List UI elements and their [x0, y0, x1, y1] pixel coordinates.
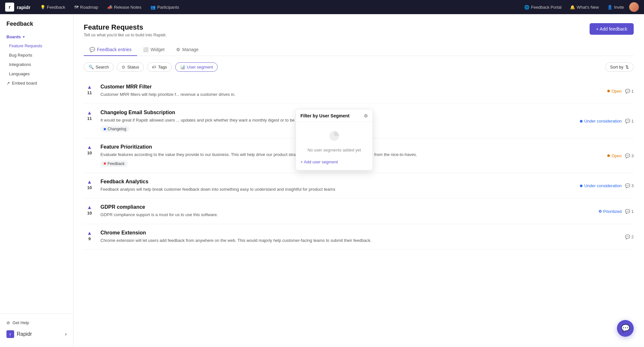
- sidebar-item-integrations[interactable]: Integrations: [0, 60, 73, 69]
- feedback-meta: 💬 2: [563, 230, 634, 244]
- sidebar-item-languages[interactable]: Languages: [0, 69, 73, 78]
- logo[interactable]: r rapidr: [5, 3, 31, 12]
- feedback-meta: Open 💬 1: [563, 84, 634, 98]
- globe-icon: 🌐: [524, 5, 529, 10]
- tag-chip: Feedback: [100, 160, 128, 167]
- upvote-icon[interactable]: ▲: [87, 110, 92, 115]
- user-segment-icon: 📊: [180, 65, 185, 69]
- nav-roadmap[interactable]: 🗺 Roadmap: [71, 4, 101, 11]
- manage-tab-icon: ⚙: [176, 47, 180, 52]
- comment-icon: 💬: [625, 89, 630, 94]
- nav-feedback[interactable]: 💡 Feedback: [37, 4, 69, 11]
- sort-icon: ⇅: [625, 65, 629, 69]
- feedback-body: GDPR compliance GDPR compliance support …: [100, 204, 558, 218]
- boards-chevron-icon: ▾: [23, 35, 24, 39]
- add-user-segment-button[interactable]: + Add user segment: [296, 158, 373, 166]
- status-badge: Open: [607, 89, 622, 94]
- feedback-title[interactable]: Feedback Analytics: [100, 179, 558, 185]
- feedback-meta: Under consideration 💬 1: [563, 110, 634, 132]
- embed-board-link[interactable]: ↗ Embed board: [0, 78, 73, 88]
- boards-label: Boards: [6, 34, 21, 39]
- feedback-body: Feedback Analytics Feedback analysis wil…: [100, 179, 558, 193]
- main-content: Feature Requests Tell us what you'd like…: [73, 14, 644, 347]
- tags-filter-icon: 🏷: [152, 65, 156, 69]
- vote-count: 11: [87, 90, 92, 95]
- nav-release-notes[interactable]: 📣 Release Notes: [104, 4, 145, 11]
- feedback-desc: Chrome extension will let users add feed…: [100, 237, 558, 244]
- comment-count: 💬 2: [625, 234, 634, 239]
- rapidr-brand-label: Rapidr: [17, 331, 32, 337]
- sidebar: Feedback Boards ▾ Feature Requests Bug R…: [0, 14, 73, 347]
- vote-count: 11: [87, 116, 92, 121]
- vote-col: ▲ 10: [84, 204, 95, 218]
- sort-button[interactable]: Sort by ⇅: [605, 62, 634, 72]
- comment-count: 💬 3: [625, 183, 634, 188]
- sidebar-bottom: ⊘ Get Help r Rapidr ›: [0, 314, 73, 341]
- feedback-desc: Feedback analysis will help break custom…: [100, 186, 558, 193]
- vote-col: ▲ 11: [84, 110, 95, 132]
- status-dot-icon: [607, 154, 610, 157]
- nav-whats-new[interactable]: 🔔 What's New: [567, 4, 602, 11]
- release-notes-nav-icon: 📣: [107, 5, 112, 10]
- sidebar-item-feature-requests[interactable]: Feature Requests: [0, 41, 73, 50]
- upvote-icon[interactable]: ▲: [87, 179, 92, 185]
- vote-col: ▲ 10: [84, 144, 95, 167]
- boards-section[interactable]: Boards ▾: [0, 32, 73, 41]
- page-title: Feature Requests: [84, 23, 167, 32]
- vote-count: 10: [87, 185, 92, 190]
- vote-count: 10: [87, 211, 92, 215]
- sidebar-title: Feedback: [0, 21, 73, 32]
- comment-icon: 💬: [625, 234, 630, 239]
- feedback-desc: GDPR compliance support is a must for us…: [100, 212, 558, 218]
- widget-tab-icon: ⬜: [143, 47, 148, 52]
- comment-count: 💬 1: [625, 119, 634, 123]
- dropdown-title: Filter by User Segment: [300, 113, 350, 118]
- tag-color-dot: [104, 162, 106, 165]
- tag-color-dot: [104, 128, 106, 130]
- bell-icon: 🔔: [570, 5, 575, 10]
- feedback-nav-icon: 💡: [40, 5, 45, 10]
- status-dot-icon: [607, 90, 610, 92]
- upvote-icon[interactable]: ▲: [87, 85, 92, 90]
- tab-widget[interactable]: ⬜ Widget: [137, 44, 170, 56]
- feedback-title[interactable]: Customer MRR Filter: [100, 84, 558, 90]
- feedback-desc: Customer MRR filters will help prioritiz…: [100, 91, 558, 98]
- roadmap-nav-icon: 🗺: [74, 5, 79, 10]
- nav-feedback-portal[interactable]: 🌐 Feedback Portal: [521, 4, 565, 11]
- feedback-item: ▲ 11 Customer MRR Filter Customer MRR fi…: [84, 78, 634, 104]
- search-icon: 🔍: [89, 65, 94, 69]
- comment-icon: 💬: [625, 183, 630, 188]
- tab-manage[interactable]: ⚙ Manage: [170, 44, 204, 56]
- status-filter-button[interactable]: ⊙ Status: [117, 62, 144, 72]
- status-dot-icon: [599, 210, 601, 213]
- nav-invite[interactable]: 👤 Invite: [604, 4, 627, 11]
- vote-col: ▲ 10: [84, 179, 95, 193]
- feedback-body: Customer MRR Filter Customer MRR filters…: [100, 84, 558, 98]
- user-segment-filter-button[interactable]: 📊 User segment: [175, 62, 218, 72]
- feedback-meta: Under consideration 💬 3: [563, 179, 634, 193]
- nav-right: 🌐 Feedback Portal 🔔 What's New 👤 Invite: [521, 2, 639, 12]
- vote-count: 9: [88, 236, 90, 241]
- page-header-left: Feature Requests Tell us what you'd like…: [84, 23, 167, 37]
- tab-feedback-entries[interactable]: 💬 Feedback entries: [84, 44, 137, 56]
- get-help-link[interactable]: ⊘ Get Help: [0, 318, 73, 328]
- status-badge: Prioritized: [599, 209, 622, 214]
- tags-filter-button[interactable]: 🏷 Tags: [147, 62, 172, 72]
- rapidr-brand-item[interactable]: r Rapidr ›: [0, 328, 73, 341]
- vote-count: 10: [87, 151, 92, 155]
- search-filter-button[interactable]: 🔍 Search: [84, 62, 114, 72]
- rapidr-brand-icon: r: [6, 330, 14, 338]
- upvote-icon[interactable]: ▲: [87, 145, 92, 150]
- feedback-item: ▲ 10 GDPR compliance GDPR compliance sup…: [84, 198, 634, 224]
- feedback-meta: Open 💬 3: [563, 144, 634, 167]
- upvote-icon[interactable]: ▲: [87, 205, 92, 210]
- sidebar-item-bug-reports[interactable]: Bug Reports: [0, 50, 73, 60]
- gear-icon[interactable]: ⚙: [364, 113, 368, 118]
- feedback-title[interactable]: GDPR compliance: [100, 204, 558, 210]
- feedback-title[interactable]: Chrome Extension: [100, 230, 558, 236]
- user-avatar[interactable]: [629, 2, 639, 12]
- nav-participants[interactable]: 👥 Participants: [147, 4, 182, 11]
- upvote-icon[interactable]: ▲: [87, 231, 92, 236]
- chat-fab-button[interactable]: 💬: [617, 320, 634, 337]
- add-feedback-button[interactable]: + Add feedback: [590, 23, 634, 35]
